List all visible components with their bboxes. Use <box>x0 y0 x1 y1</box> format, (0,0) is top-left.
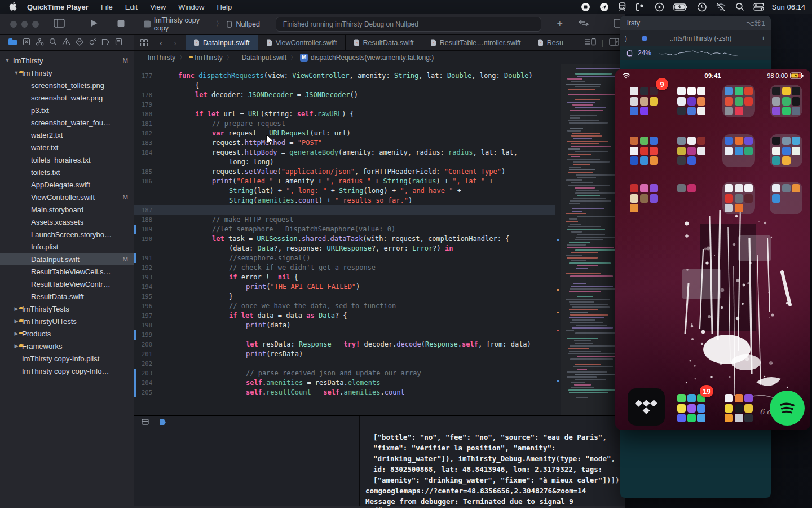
code-line-183[interactable]: 183request.httpMethod = "POST" <box>134 138 555 148</box>
play-circle-icon[interactable] <box>655 2 664 12</box>
menu-file[interactable]: File <box>101 3 113 11</box>
app-icon[interactable] <box>744 184 753 192</box>
app-icon[interactable] <box>725 204 733 212</box>
time-machine-icon[interactable] <box>697 2 707 12</box>
close-window-button[interactable] <box>10 21 17 28</box>
app-icon[interactable] <box>735 394 743 402</box>
spotify-app-icon[interactable] <box>770 391 805 426</box>
breadcrumb-item[interactable]: DataInput.swift <box>236 54 286 62</box>
app-icon[interactable] <box>687 87 696 95</box>
app-icon[interactable] <box>687 107 696 115</box>
scheme-selector[interactable]: ImThirsty copy copy <box>154 16 213 32</box>
app-icon[interactable] <box>697 404 705 413</box>
minimize-window-button[interactable] <box>21 21 28 28</box>
sidebar-item-info-plist[interactable]: Info.plist <box>0 240 134 253</box>
app-icon[interactable] <box>725 394 733 402</box>
app-icon[interactable] <box>725 194 733 203</box>
app-icon[interactable] <box>782 184 791 192</box>
terminal-tab[interactable]: ..nts/ImThirsty (-zsh) <box>652 34 749 42</box>
code-line-193[interactable]: 193if error != nil { <box>134 273 555 282</box>
code-line-188[interactable]: 188// make HTTP request <box>134 215 555 225</box>
app-icon[interactable] <box>782 137 791 145</box>
app-icon[interactable] <box>697 137 705 145</box>
code-line-192[interactable]: 192// check if we didn't get a response <box>134 263 555 273</box>
app-folder[interactable] <box>770 85 802 117</box>
code-line-186-wrap[interactable]: String(amenities.count) + " results so f… <box>134 196 555 205</box>
navigator-issues-icon[interactable] <box>62 38 70 48</box>
disclosure-chevron[interactable]: ▼ <box>5 58 10 63</box>
sidebar-item-toilets-txt[interactable]: toilets.txt <box>0 166 134 178</box>
breadcrumb-item[interactable]: MdispatchRequests(view:amenity:lat:long:… <box>300 54 434 62</box>
code-line-203[interactable]: 203// parse received json and update our… <box>134 369 555 378</box>
code-line-195[interactable]: 195} <box>134 292 555 301</box>
breadcrumb-item[interactable]: ImThirsty <box>142 54 175 62</box>
console-scope-selector[interactable]: All Output▲▼ <box>374 506 409 508</box>
apple-menu-icon[interactable] <box>9 2 17 12</box>
go-forward-button[interactable]: › <box>168 35 186 50</box>
navigator-breakpoints-icon[interactable] <box>102 38 110 48</box>
sidebar-item-launchscreen-storybo-[interactable]: LaunchScreen.storybo… <box>0 228 134 240</box>
app-icon[interactable] <box>792 87 800 95</box>
app-icon[interactable] <box>735 204 743 212</box>
wifi-off-icon[interactable] <box>716 3 726 11</box>
app-icon[interactable] <box>697 87 705 95</box>
sidebar-item-viewcontroller-swift[interactable]: ViewController.swiftM <box>0 191 134 203</box>
navigator-debug-icon[interactable] <box>89 38 96 48</box>
app-icon[interactable] <box>630 97 638 106</box>
code-line-196[interactable]: 196// once we have the data, sed to func… <box>134 301 555 311</box>
app-icon[interactable] <box>744 147 753 155</box>
related-items-icon[interactable] <box>134 35 154 50</box>
app-icon-cluster[interactable] <box>628 182 660 214</box>
app-icon[interactable] <box>725 107 733 115</box>
app-icon[interactable] <box>687 97 696 106</box>
location-icon[interactable] <box>599 2 609 12</box>
app-icon[interactable] <box>772 137 780 145</box>
app-icon[interactable] <box>772 97 780 106</box>
navigator-tests-icon[interactable] <box>76 38 83 48</box>
app-icon[interactable] <box>772 156 780 165</box>
run-button[interactable] <box>90 19 98 30</box>
sidebar-item-screenshot-toilets-png[interactable]: screenshot_toilets.png <box>0 79 134 91</box>
sidebar-item-screenshot-water-png[interactable]: screenshot_water.png <box>0 91 134 104</box>
code-line-179[interactable]: 179 <box>134 100 555 110</box>
active-app-name[interactable]: QuickTime Player <box>27 3 89 11</box>
sidebar-item-water-txt[interactable]: water.txt <box>0 141 134 154</box>
menu-bar-clock[interactable]: Sun 06:14 <box>772 3 805 11</box>
app-icon-cluster[interactable] <box>675 134 708 167</box>
sidebar-item-main-storyboard[interactable]: Main.storyboard <box>0 203 134 216</box>
code-line-178[interactable]: 178let decoder: JSONDecoder = JSONDecode… <box>134 90 555 100</box>
code-line-184-wrap[interactable]: long: long) <box>134 157 555 167</box>
app-icon[interactable] <box>630 194 638 203</box>
variables-view[interactable] <box>134 416 359 506</box>
code-line-201[interactable]: 201print(resData) <box>134 349 555 359</box>
zoom-window-button[interactable] <box>32 21 39 28</box>
app-icon[interactable] <box>735 194 743 203</box>
sidebar-item-imthirsty-copy-copy-info-[interactable]: ImThirsty copy copy-Info… <box>0 365 134 377</box>
app-icon[interactable] <box>630 137 638 145</box>
tidal-app-icon[interactable] <box>628 388 665 426</box>
sidebar-item-resultdata-swift[interactable]: ResultData.swift <box>0 290 134 303</box>
app-icon[interactable] <box>650 184 658 192</box>
toggle-navigator-icon[interactable] <box>54 19 65 30</box>
source-editor[interactable]: 177func dispatchRequests(view: ViewContr… <box>134 64 555 415</box>
new-tab-button[interactable]: + <box>754 32 766 45</box>
app-icon[interactable] <box>735 107 743 115</box>
app-icon[interactable] <box>630 156 638 165</box>
app-icon[interactable] <box>677 147 686 155</box>
app-icon[interactable] <box>640 87 648 95</box>
app-icon[interactable] <box>677 156 686 165</box>
app-icon[interactable] <box>735 404 743 413</box>
app-icon[interactable] <box>744 87 753 95</box>
dock-media-folder[interactable] <box>722 392 755 424</box>
split-editor-icon[interactable] <box>609 38 619 47</box>
app-icon[interactable] <box>735 414 743 422</box>
app-icon[interactable] <box>782 156 791 165</box>
sidebar-item-water2-txt[interactable]: water2.txt <box>0 129 134 141</box>
app-icon[interactable] <box>677 137 686 145</box>
code-line-184[interactable]: 184request.httpBody = generateBody(ameni… <box>134 148 555 157</box>
tab-resultdata-swift[interactable]: ResultData.swift <box>346 35 422 50</box>
disclosure-chevron[interactable]: ▶ <box>14 343 19 349</box>
code-line-200[interactable]: 200let resData: Response = try! decoder.… <box>134 340 555 349</box>
app-folder[interactable] <box>770 182 802 214</box>
app-icon[interactable] <box>744 137 753 145</box>
